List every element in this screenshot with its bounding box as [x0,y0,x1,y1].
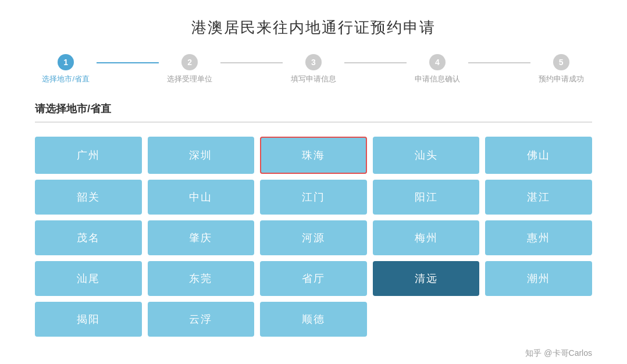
city-btn-省厅[interactable]: 省厅 [260,261,367,296]
city-btn-深圳[interactable]: 深圳 [148,137,255,174]
city-btn-揭阳[interactable]: 揭阳 [35,302,142,337]
step-item-3: 3填写申请信息 [283,54,344,84]
page-title: 港澳居民来往内地通行证预约申请 [35,17,592,38]
watermark: 知乎 @卡哥Carlos [35,348,592,359]
city-btn-江门[interactable]: 江门 [260,180,367,215]
city-btn-珠海[interactable]: 珠海 [260,137,367,174]
city-btn-广州[interactable]: 广州 [35,137,142,174]
step-item-1: 1选择地市/省直 [35,54,97,84]
step-label-5: 预约申请成功 [539,74,584,84]
city-btn-梅州[interactable]: 梅州 [373,220,480,255]
step-circle-5: 5 [553,54,569,70]
step-label-1: 选择地市/省直 [42,74,90,84]
step-circle-3: 3 [305,54,322,70]
city-btn-茂名[interactable]: 茂名 [35,220,142,255]
section-header: 请选择地市/省直 [35,102,592,123]
city-btn-惠州[interactable]: 惠州 [485,220,592,255]
city-btn-汕尾[interactable]: 汕尾 [35,261,142,296]
step-line-3 [344,62,406,63]
step-circle-1[interactable]: 1 [58,54,74,70]
step-item-4: 4申请信息确认 [407,54,468,84]
city-btn-肇庆[interactable]: 肇庆 [148,220,255,255]
city-btn-empty-23 [373,302,480,337]
city-grid: 广州深圳珠海汕头佛山韶关中山江门阳江湛江茂名肇庆河源梅州惠州汕尾东莞省厅清远潮州… [35,137,592,337]
city-btn-清远[interactable]: 清远 [373,261,480,296]
city-btn-湛江[interactable]: 湛江 [485,180,592,215]
city-btn-中山[interactable]: 中山 [148,180,255,215]
city-btn-韶关[interactable]: 韶关 [35,180,142,215]
city-btn-empty-24 [485,302,592,337]
city-btn-佛山[interactable]: 佛山 [485,137,592,174]
city-btn-东莞[interactable]: 东莞 [148,261,255,296]
stepper: 1选择地市/省直2选择受理单位3填写申请信息4申请信息确认5预约申请成功 [35,54,592,84]
step-item-2: 2选择受理单位 [159,54,220,84]
city-btn-河源[interactable]: 河源 [260,220,367,255]
step-item-5: 5预约申请成功 [530,54,592,84]
step-line-2 [220,62,282,63]
step-label-4: 申请信息确认 [415,74,460,84]
city-btn-阳江[interactable]: 阳江 [373,180,480,215]
city-btn-云浮[interactable]: 云浮 [148,302,255,337]
step-label-3: 填写申请信息 [291,74,336,84]
step-line-4 [468,62,530,63]
step-label-2: 选择受理单位 [167,74,212,84]
step-line-1 [97,62,158,63]
city-btn-顺德[interactable]: 顺德 [260,302,367,337]
step-circle-2: 2 [181,54,198,70]
city-btn-潮州[interactable]: 潮州 [485,261,592,296]
step-circle-4: 4 [429,54,446,70]
city-btn-汕头[interactable]: 汕头 [373,137,480,174]
